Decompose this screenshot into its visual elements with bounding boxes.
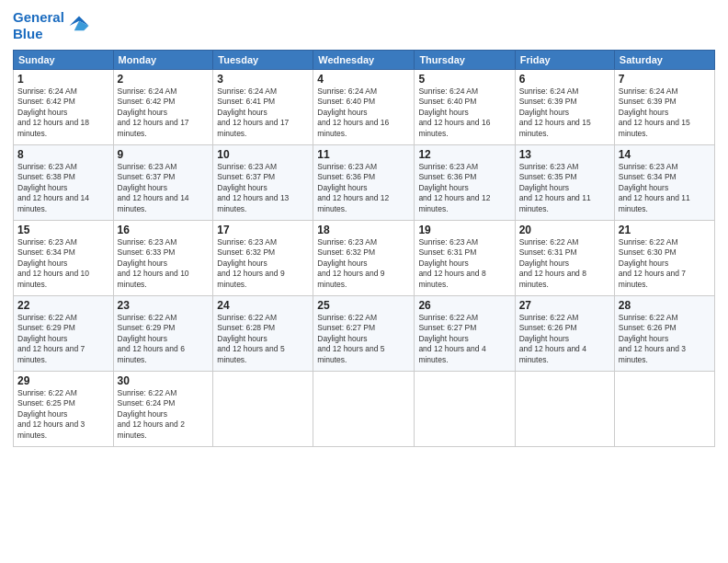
day-detail: Sunrise: 6:24 AM Sunset: 6:41 PM Dayligh… bbox=[217, 86, 309, 139]
calendar-header-wednesday: Wednesday bbox=[313, 51, 415, 70]
calendar-week-row: 15 Sunrise: 6:23 AM Sunset: 6:34 PM Dayl… bbox=[14, 221, 715, 296]
calendar-cell bbox=[515, 372, 614, 447]
day-detail: Sunrise: 6:22 AM Sunset: 6:27 PM Dayligh… bbox=[418, 313, 510, 365]
calendar-header-tuesday: Tuesday bbox=[213, 51, 313, 70]
calendar-cell: 5 Sunrise: 6:24 AM Sunset: 6:40 PM Dayli… bbox=[415, 70, 515, 145]
logo: GeneralBlue bbox=[13, 9, 92, 42]
day-detail: Sunrise: 6:24 AM Sunset: 6:39 PM Dayligh… bbox=[519, 86, 610, 139]
calendar-cell: 30 Sunrise: 6:22 AM Sunset: 6:24 PM Dayl… bbox=[113, 372, 213, 447]
calendar-table: SundayMondayTuesdayWednesdayThursdayFrid… bbox=[13, 50, 715, 447]
day-detail: Sunrise: 6:23 AM Sunset: 6:37 PM Dayligh… bbox=[217, 162, 309, 214]
calendar-cell: 6 Sunrise: 6:24 AM Sunset: 6:39 PM Dayli… bbox=[515, 70, 614, 145]
calendar-cell: 8 Sunrise: 6:23 AM Sunset: 6:38 PM Dayli… bbox=[14, 145, 114, 221]
day-detail: Sunrise: 6:22 AM Sunset: 6:26 PM Dayligh… bbox=[619, 313, 711, 365]
day-detail: Sunrise: 6:22 AM Sunset: 6:24 PM Dayligh… bbox=[118, 388, 210, 441]
day-detail: Sunrise: 6:23 AM Sunset: 6:36 PM Dayligh… bbox=[317, 162, 410, 214]
logo-icon bbox=[66, 13, 92, 39]
day-number: 6 bbox=[519, 73, 610, 86]
calendar-week-row: 22 Sunrise: 6:22 AM Sunset: 6:29 PM Dayl… bbox=[14, 296, 715, 372]
day-number: 28 bbox=[619, 299, 711, 312]
day-number: 26 bbox=[418, 299, 510, 312]
day-detail: Sunrise: 6:23 AM Sunset: 6:34 PM Dayligh… bbox=[17, 237, 109, 290]
calendar-cell: 1 Sunrise: 6:24 AM Sunset: 6:42 PM Dayli… bbox=[14, 70, 114, 145]
calendar-cell: 27 Sunrise: 6:22 AM Sunset: 6:26 PM Dayl… bbox=[515, 296, 614, 372]
calendar-cell bbox=[415, 372, 515, 447]
calendar-week-row: 29 Sunrise: 6:22 AM Sunset: 6:25 PM Dayl… bbox=[14, 372, 715, 447]
calendar-cell: 23 Sunrise: 6:22 AM Sunset: 6:29 PM Dayl… bbox=[113, 296, 213, 372]
calendar-cell: 20 Sunrise: 6:22 AM Sunset: 6:31 PM Dayl… bbox=[515, 221, 614, 296]
calendar-header-friday: Friday bbox=[515, 51, 614, 70]
calendar-cell: 10 Sunrise: 6:23 AM Sunset: 6:37 PM Dayl… bbox=[213, 145, 313, 221]
day-number: 25 bbox=[317, 299, 410, 312]
calendar-cell: 15 Sunrise: 6:23 AM Sunset: 6:34 PM Dayl… bbox=[14, 221, 114, 296]
day-number: 5 bbox=[418, 73, 510, 86]
day-detail: Sunrise: 6:23 AM Sunset: 6:32 PM Dayligh… bbox=[217, 237, 309, 290]
day-number: 14 bbox=[619, 148, 711, 161]
day-number: 3 bbox=[217, 73, 309, 86]
day-number: 8 bbox=[17, 148, 109, 161]
day-number: 27 bbox=[519, 299, 610, 312]
day-number: 18 bbox=[317, 224, 410, 236]
day-number: 10 bbox=[217, 148, 309, 161]
calendar-header-saturday: Saturday bbox=[614, 51, 714, 70]
day-detail: Sunrise: 6:22 AM Sunset: 6:29 PM Dayligh… bbox=[17, 313, 109, 365]
day-number: 16 bbox=[118, 224, 210, 236]
day-number: 2 bbox=[118, 73, 210, 86]
logo-text: GeneralBlue bbox=[13, 9, 64, 42]
calendar-cell: 11 Sunrise: 6:23 AM Sunset: 6:36 PM Dayl… bbox=[313, 145, 415, 221]
day-detail: Sunrise: 6:24 AM Sunset: 6:39 PM Dayligh… bbox=[619, 86, 711, 139]
calendar-cell: 12 Sunrise: 6:23 AM Sunset: 6:36 PM Dayl… bbox=[415, 145, 515, 221]
calendar-cell: 18 Sunrise: 6:23 AM Sunset: 6:32 PM Dayl… bbox=[313, 221, 415, 296]
day-detail: Sunrise: 6:22 AM Sunset: 6:30 PM Dayligh… bbox=[619, 237, 711, 290]
day-detail: Sunrise: 6:23 AM Sunset: 6:35 PM Dayligh… bbox=[519, 162, 610, 214]
calendar-cell bbox=[313, 372, 415, 447]
day-detail: Sunrise: 6:23 AM Sunset: 6:33 PM Dayligh… bbox=[118, 237, 210, 290]
day-number: 24 bbox=[217, 299, 309, 312]
calendar-body: 1 Sunrise: 6:24 AM Sunset: 6:42 PM Dayli… bbox=[14, 70, 715, 447]
day-number: 4 bbox=[317, 73, 410, 86]
day-detail: Sunrise: 6:24 AM Sunset: 6:40 PM Dayligh… bbox=[317, 86, 410, 139]
page: GeneralBlue SundayMondayTuesdayWednesday… bbox=[0, 0, 728, 563]
day-number: 13 bbox=[519, 148, 610, 161]
day-detail: Sunrise: 6:22 AM Sunset: 6:29 PM Dayligh… bbox=[118, 313, 210, 365]
calendar-cell: 24 Sunrise: 6:22 AM Sunset: 6:28 PM Dayl… bbox=[213, 296, 313, 372]
day-number: 15 bbox=[17, 224, 109, 236]
calendar-cell: 17 Sunrise: 6:23 AM Sunset: 6:32 PM Dayl… bbox=[213, 221, 313, 296]
calendar-header-thursday: Thursday bbox=[415, 51, 515, 70]
calendar-header-monday: Monday bbox=[113, 51, 213, 70]
day-detail: Sunrise: 6:23 AM Sunset: 6:36 PM Dayligh… bbox=[418, 162, 510, 214]
day-number: 20 bbox=[519, 224, 610, 236]
calendar-cell: 7 Sunrise: 6:24 AM Sunset: 6:39 PM Dayli… bbox=[614, 70, 714, 145]
day-detail: Sunrise: 6:24 AM Sunset: 6:42 PM Dayligh… bbox=[17, 86, 109, 139]
calendar-cell: 29 Sunrise: 6:22 AM Sunset: 6:25 PM Dayl… bbox=[14, 372, 114, 447]
calendar-cell: 25 Sunrise: 6:22 AM Sunset: 6:27 PM Dayl… bbox=[313, 296, 415, 372]
day-detail: Sunrise: 6:23 AM Sunset: 6:38 PM Dayligh… bbox=[17, 162, 109, 214]
calendar-cell: 14 Sunrise: 6:23 AM Sunset: 6:34 PM Dayl… bbox=[614, 145, 714, 221]
day-number: 12 bbox=[418, 148, 510, 161]
day-detail: Sunrise: 6:22 AM Sunset: 6:27 PM Dayligh… bbox=[317, 313, 410, 365]
day-detail: Sunrise: 6:22 AM Sunset: 6:31 PM Dayligh… bbox=[519, 237, 610, 290]
day-number: 21 bbox=[619, 224, 711, 236]
calendar-week-row: 8 Sunrise: 6:23 AM Sunset: 6:38 PM Dayli… bbox=[14, 145, 715, 221]
day-number: 29 bbox=[17, 374, 109, 387]
calendar-cell: 13 Sunrise: 6:23 AM Sunset: 6:35 PM Dayl… bbox=[515, 145, 614, 221]
svg-marker-1 bbox=[74, 21, 89, 31]
header: GeneralBlue bbox=[13, 9, 715, 42]
calendar-cell bbox=[213, 372, 313, 447]
calendar-cell bbox=[614, 372, 714, 447]
calendar-week-row: 1 Sunrise: 6:24 AM Sunset: 6:42 PM Dayli… bbox=[14, 70, 715, 145]
day-number: 19 bbox=[418, 224, 510, 236]
day-detail: Sunrise: 6:22 AM Sunset: 6:25 PM Dayligh… bbox=[17, 388, 109, 441]
calendar-header-sunday: Sunday bbox=[14, 51, 114, 70]
day-detail: Sunrise: 6:24 AM Sunset: 6:42 PM Dayligh… bbox=[118, 86, 210, 139]
day-number: 30 bbox=[118, 374, 210, 387]
calendar-cell: 26 Sunrise: 6:22 AM Sunset: 6:27 PM Dayl… bbox=[415, 296, 515, 372]
day-number: 11 bbox=[317, 148, 410, 161]
calendar-cell: 9 Sunrise: 6:23 AM Sunset: 6:37 PM Dayli… bbox=[113, 145, 213, 221]
calendar-cell: 28 Sunrise: 6:22 AM Sunset: 6:26 PM Dayl… bbox=[614, 296, 714, 372]
day-detail: Sunrise: 6:23 AM Sunset: 6:37 PM Dayligh… bbox=[118, 162, 210, 214]
calendar-cell: 16 Sunrise: 6:23 AM Sunset: 6:33 PM Dayl… bbox=[113, 221, 213, 296]
day-number: 23 bbox=[118, 299, 210, 312]
calendar-cell: 4 Sunrise: 6:24 AM Sunset: 6:40 PM Dayli… bbox=[313, 70, 415, 145]
day-detail: Sunrise: 6:24 AM Sunset: 6:40 PM Dayligh… bbox=[418, 86, 510, 139]
